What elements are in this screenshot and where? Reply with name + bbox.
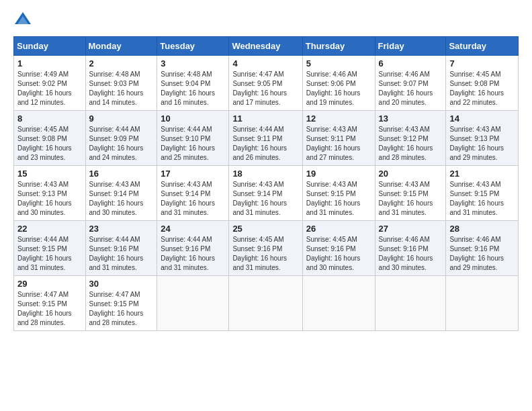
week-row-3: 15 Sunrise: 4:43 AMSunset: 9:13 PMDaylig… (14, 166, 519, 221)
day-cell: 24 Sunrise: 4:44 AMSunset: 9:16 PMDaylig… (157, 221, 229, 276)
day-info: Sunrise: 4:48 AMSunset: 9:03 PMDaylight:… (89, 71, 144, 106)
day-number: 29 (17, 279, 82, 289)
day-info: Sunrise: 4:43 AMSunset: 9:15 PMDaylight:… (379, 181, 433, 216)
day-cell: 4 Sunrise: 4:47 AMSunset: 9:05 PMDayligh… (229, 56, 302, 111)
day-info: Sunrise: 4:45 AMSunset: 9:16 PMDaylight:… (306, 236, 361, 271)
day-info: Sunrise: 4:46 AMSunset: 9:16 PMDaylight:… (449, 236, 504, 271)
day-number: 30 (89, 279, 154, 289)
day-cell: 16 Sunrise: 4:43 AMSunset: 9:14 PMDaylig… (85, 166, 157, 221)
day-cell: 30 Sunrise: 4:47 AMSunset: 9:15 PMDaylig… (85, 276, 157, 331)
day-info: Sunrise: 4:45 AMSunset: 9:16 PMDaylight:… (232, 236, 287, 271)
day-number: 1 (17, 58, 82, 68)
day-number: 10 (161, 113, 225, 124)
day-cell: 25 Sunrise: 4:45 AMSunset: 9:16 PMDaylig… (229, 221, 302, 276)
day-number: 7 (449, 58, 515, 68)
day-number: 21 (449, 169, 515, 179)
day-cell: 22 Sunrise: 4:44 AMSunset: 9:15 PMDaylig… (14, 221, 86, 276)
day-info: Sunrise: 4:47 AMSunset: 9:15 PMDaylight:… (17, 291, 72, 326)
day-cell: 11 Sunrise: 4:44 AMSunset: 9:11 PMDaylig… (229, 111, 302, 166)
day-number: 11 (232, 113, 298, 124)
day-number: 3 (161, 58, 225, 68)
day-cell: 10 Sunrise: 4:44 AMSunset: 9:10 PMDaylig… (157, 111, 229, 166)
day-number: 6 (379, 58, 443, 68)
day-info: Sunrise: 4:43 AMSunset: 9:13 PMDaylight:… (17, 181, 72, 216)
day-info: Sunrise: 4:44 AMSunset: 9:15 PMDaylight:… (17, 236, 72, 271)
day-number: 5 (306, 58, 371, 68)
week-row-4: 22 Sunrise: 4:44 AMSunset: 9:15 PMDaylig… (14, 221, 519, 276)
day-number: 22 (17, 224, 82, 234)
day-info: Sunrise: 4:44 AMSunset: 9:09 PMDaylight:… (89, 126, 144, 161)
day-info: Sunrise: 4:43 AMSunset: 9:13 PMDaylight:… (449, 126, 504, 161)
header-cell-wednesday: Wednesday (229, 37, 302, 56)
day-cell: 13 Sunrise: 4:43 AMSunset: 9:12 PMDaylig… (375, 111, 446, 166)
day-number: 25 (232, 224, 298, 234)
day-cell (302, 276, 375, 331)
day-info: Sunrise: 4:46 AMSunset: 9:07 PMDaylight:… (379, 71, 433, 106)
day-info: Sunrise: 4:43 AMSunset: 9:15 PMDaylight:… (306, 181, 361, 216)
week-row-2: 8 Sunrise: 4:45 AMSunset: 9:08 PMDayligh… (14, 111, 519, 166)
day-number: 14 (449, 113, 515, 124)
header-cell-friday: Friday (375, 37, 446, 56)
day-number: 27 (379, 224, 443, 234)
day-number: 13 (379, 113, 443, 124)
calendar-header: SundayMondayTuesdayWednesdayThursdayFrid… (14, 37, 519, 56)
day-cell: 21 Sunrise: 4:43 AMSunset: 9:15 PMDaylig… (446, 166, 519, 221)
day-cell: 27 Sunrise: 4:46 AMSunset: 9:16 PMDaylig… (375, 221, 446, 276)
day-number: 8 (17, 113, 82, 124)
day-cell: 8 Sunrise: 4:45 AMSunset: 9:08 PMDayligh… (14, 111, 86, 166)
day-info: Sunrise: 4:47 AMSunset: 9:15 PMDaylight:… (89, 291, 144, 326)
day-info: Sunrise: 4:45 AMSunset: 9:08 PMDaylight:… (17, 126, 72, 161)
header-cell-tuesday: Tuesday (157, 37, 229, 56)
day-info: Sunrise: 4:49 AMSunset: 9:02 PMDaylight:… (17, 71, 72, 106)
day-info: Sunrise: 4:45 AMSunset: 9:08 PMDaylight:… (449, 71, 504, 106)
logo-icon (13, 11, 32, 30)
day-cell: 2 Sunrise: 4:48 AMSunset: 9:03 PMDayligh… (85, 56, 157, 111)
day-info: Sunrise: 4:43 AMSunset: 9:14 PMDaylight:… (89, 181, 144, 216)
day-info: Sunrise: 4:46 AMSunset: 9:16 PMDaylight:… (379, 236, 433, 271)
day-info: Sunrise: 4:43 AMSunset: 9:15 PMDaylight:… (449, 181, 504, 216)
header-cell-monday: Monday (85, 37, 157, 56)
day-info: Sunrise: 4:43 AMSunset: 9:12 PMDaylight:… (379, 126, 433, 161)
day-number: 28 (449, 224, 515, 234)
day-number: 2 (89, 58, 154, 68)
day-info: Sunrise: 4:47 AMSunset: 9:05 PMDaylight:… (232, 71, 287, 106)
header (13, 11, 519, 30)
day-cell: 5 Sunrise: 4:46 AMSunset: 9:06 PMDayligh… (302, 56, 375, 111)
day-info: Sunrise: 4:43 AMSunset: 9:14 PMDaylight:… (232, 181, 287, 216)
day-number: 18 (232, 169, 298, 179)
day-number: 19 (306, 169, 371, 179)
day-info: Sunrise: 4:48 AMSunset: 9:04 PMDaylight:… (161, 71, 215, 106)
day-cell: 9 Sunrise: 4:44 AMSunset: 9:09 PMDayligh… (85, 111, 157, 166)
header-row: SundayMondayTuesdayWednesdayThursdayFrid… (14, 37, 519, 56)
day-number: 9 (89, 113, 154, 124)
day-number: 23 (89, 224, 154, 234)
day-cell: 23 Sunrise: 4:44 AMSunset: 9:16 PMDaylig… (85, 221, 157, 276)
day-cell: 6 Sunrise: 4:46 AMSunset: 9:07 PMDayligh… (375, 56, 446, 111)
day-number: 15 (17, 169, 82, 179)
calendar-table: SundayMondayTuesdayWednesdayThursdayFrid… (13, 36, 519, 331)
day-cell: 12 Sunrise: 4:43 AMSunset: 9:11 PMDaylig… (302, 111, 375, 166)
header-cell-saturday: Saturday (446, 37, 519, 56)
calendar-body: 1 Sunrise: 4:49 AMSunset: 9:02 PMDayligh… (14, 56, 519, 331)
day-number: 24 (161, 224, 225, 234)
day-info: Sunrise: 4:43 AMSunset: 9:11 PMDaylight:… (306, 126, 361, 161)
day-number: 17 (161, 169, 225, 179)
day-number: 12 (306, 113, 371, 124)
day-cell: 1 Sunrise: 4:49 AMSunset: 9:02 PMDayligh… (14, 56, 86, 111)
day-info: Sunrise: 4:44 AMSunset: 9:16 PMDaylight:… (161, 236, 215, 271)
day-cell: 7 Sunrise: 4:45 AMSunset: 9:08 PMDayligh… (446, 56, 519, 111)
day-cell (229, 276, 302, 331)
day-number: 4 (232, 58, 298, 68)
day-cell (446, 276, 519, 331)
day-cell: 14 Sunrise: 4:43 AMSunset: 9:13 PMDaylig… (446, 111, 519, 166)
day-cell: 28 Sunrise: 4:46 AMSunset: 9:16 PMDaylig… (446, 221, 519, 276)
header-cell-thursday: Thursday (302, 37, 375, 56)
week-row-5: 29 Sunrise: 4:47 AMSunset: 9:15 PMDaylig… (14, 276, 519, 331)
day-info: Sunrise: 4:43 AMSunset: 9:14 PMDaylight:… (161, 181, 215, 216)
day-info: Sunrise: 4:44 AMSunset: 9:16 PMDaylight:… (89, 236, 144, 271)
day-cell: 26 Sunrise: 4:45 AMSunset: 9:16 PMDaylig… (302, 221, 375, 276)
day-info: Sunrise: 4:44 AMSunset: 9:10 PMDaylight:… (161, 126, 215, 161)
day-number: 16 (89, 169, 154, 179)
day-info: Sunrise: 4:46 AMSunset: 9:06 PMDaylight:… (306, 71, 361, 106)
day-cell: 20 Sunrise: 4:43 AMSunset: 9:15 PMDaylig… (375, 166, 446, 221)
